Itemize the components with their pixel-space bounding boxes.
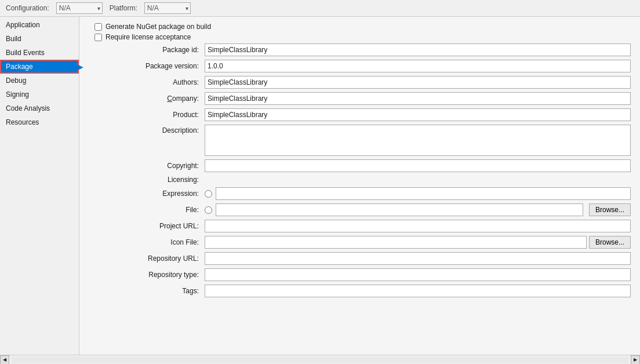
project-url-row: Project URL:	[89, 220, 631, 232]
package-id-input[interactable]	[205, 43, 631, 56]
package-id-row: Package id:	[89, 43, 631, 56]
sidebar-item-package[interactable]: Package	[0, 60, 79, 74]
platform-select[interactable]: N/A	[144, 2, 191, 14]
repository-type-label: Repository type:	[89, 271, 205, 279]
tags-input[interactable]	[205, 285, 631, 297]
licensing-row: Licensing:	[89, 176, 631, 184]
tags-row: Tags:	[89, 285, 631, 297]
expression-input[interactable]	[216, 187, 631, 200]
company-label: Company:	[89, 94, 205, 103]
copyright-input[interactable]	[205, 159, 631, 172]
description-row: Description:	[89, 125, 631, 156]
licensing-label: Licensing:	[89, 176, 205, 184]
scroll-right-button[interactable]: ▶	[631, 355, 640, 365]
configuration-select-wrap[interactable]: N/A	[56, 2, 103, 14]
top-bar: Configuration: N/A Platform: N/A	[0, 0, 640, 17]
require-license-row: Require license acceptance	[89, 33, 631, 41]
generate-nuget-label: Generate NuGet package on build	[106, 23, 211, 31]
icon-file-browse-button[interactable]: Browse...	[589, 236, 631, 249]
file-input[interactable]	[216, 203, 583, 216]
sidebar-item-signing[interactable]: Signing	[0, 88, 79, 101]
package-version-input[interactable]	[205, 60, 631, 72]
product-row: Product:	[89, 108, 631, 121]
main-content: Application Build Build Events Package D…	[0, 17, 640, 355]
require-license-checkbox[interactable]	[94, 34, 102, 41]
file-label: File:	[89, 206, 205, 214]
configuration-select[interactable]: N/A	[56, 2, 103, 14]
expression-input-wrap	[205, 187, 631, 200]
project-url-label: Project URL:	[89, 222, 205, 230]
platform-select-wrap[interactable]: N/A	[144, 2, 191, 14]
bottom-scrollbar: ◀ ▶	[0, 355, 640, 364]
repository-url-row: Repository URL:	[89, 252, 631, 265]
copyright-label: Copyright:	[89, 162, 205, 170]
expression-radio[interactable]	[205, 190, 212, 198]
form-area: Generate NuGet package on build Require …	[79, 17, 640, 355]
package-version-label: Package version:	[89, 62, 205, 70]
project-url-input[interactable]	[205, 220, 631, 232]
product-label: Product:	[89, 111, 205, 119]
product-input[interactable]	[205, 108, 631, 121]
platform-label: Platform:	[110, 4, 137, 12]
description-input[interactable]	[205, 125, 631, 156]
package-id-label: Package id:	[89, 46, 205, 54]
company-row: Company:	[89, 92, 631, 105]
authors-input[interactable]	[205, 76, 631, 89]
sidebar-item-resources[interactable]: Resources	[0, 115, 79, 129]
expression-row: Expression:	[89, 187, 631, 200]
repository-url-input[interactable]	[205, 252, 631, 265]
repository-type-row: Repository type:	[89, 268, 631, 281]
generate-nuget-checkbox[interactable]	[94, 23, 102, 31]
company-input[interactable]	[205, 92, 631, 105]
package-version-row: Package version:	[89, 60, 631, 72]
file-browse-button[interactable]: Browse...	[589, 203, 631, 216]
sidebar-item-build[interactable]: Build	[0, 32, 79, 46]
icon-file-label: Icon File:	[89, 238, 205, 246]
copyright-row: Copyright:	[89, 159, 631, 172]
sidebar-item-code-analysis[interactable]: Code Analysis	[0, 101, 79, 115]
tags-label: Tags:	[89, 287, 205, 295]
icon-file-input[interactable]	[205, 236, 587, 249]
expression-label: Expression:	[89, 190, 205, 198]
sidebar-item-application[interactable]: Application	[0, 18, 79, 32]
horizontal-scrollbar-track[interactable]	[12, 356, 628, 363]
authors-row: Authors:	[89, 76, 631, 89]
configuration-label: Configuration:	[6, 4, 49, 12]
file-radio[interactable]	[205, 206, 212, 214]
icon-file-row: Icon File: Browse...	[89, 236, 631, 249]
file-input-wrap: Browse...	[205, 203, 631, 216]
repository-url-label: Repository URL:	[89, 254, 205, 263]
generate-nuget-row: Generate NuGet package on build	[89, 23, 631, 31]
require-license-label: Require license acceptance	[106, 33, 191, 41]
authors-label: Authors:	[89, 78, 205, 86]
file-row: File: Browse...	[89, 203, 631, 216]
scroll-left-button[interactable]: ◀	[0, 355, 9, 365]
repository-type-input[interactable]	[205, 268, 631, 281]
description-label: Description:	[89, 125, 205, 134]
sidebar: Application Build Build Events Package D…	[0, 17, 79, 355]
sidebar-item-build-events[interactable]: Build Events	[0, 46, 79, 60]
sidebar-item-debug[interactable]: Debug	[0, 74, 79, 88]
